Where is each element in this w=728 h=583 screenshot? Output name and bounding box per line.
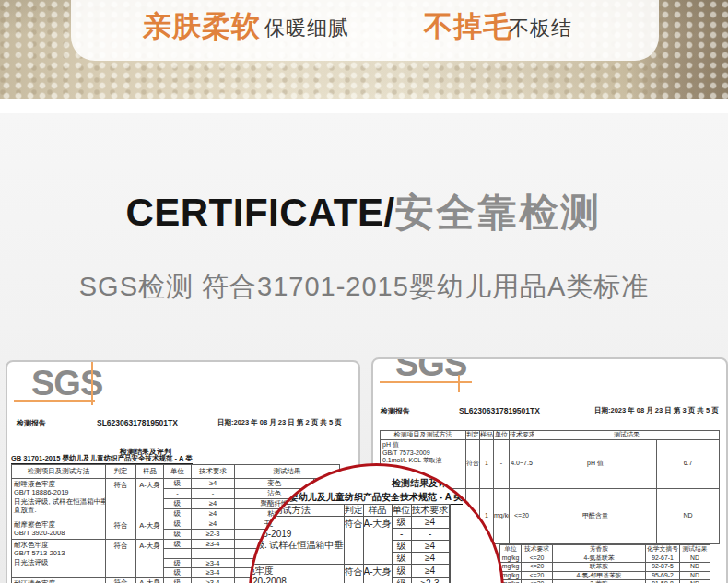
report-number: SL62306317819501TX	[97, 418, 178, 427]
hero-fabric-texture: 亲肤柔软 保暖细腻 不掉毛 不板结	[0, 0, 728, 99]
report-label: 检测报告	[381, 406, 410, 416]
report-date-page: 日期:2023 年 08 月 23 日 第 3 页 共 5 页	[594, 406, 719, 415]
table-header-row: 检测项目及测试方法 判定 样品 单位 技术要求 测试结果	[381, 431, 720, 440]
col-header: 样品	[136, 465, 164, 479]
method-cell: 耐摩擦色牢度 GB/T 3920-2008	[249, 565, 344, 583]
table-row: mg/kg<=204-氨基联苯92-67-1ND	[500, 554, 710, 563]
feature-panel: 亲肤柔软 保暖细腻 不掉毛 不板结	[71, 0, 659, 61]
feature-highlight: 不掉毛	[424, 7, 512, 46]
report-date-page: 日期:2023 年 08 月 23 日 第 2 页 共 5 页	[217, 418, 342, 427]
verdict-cell: 符合	[106, 479, 136, 519]
magnified-test-table: 检测项目及测试方法 判定 样品 单位 技术要求 耐唾液色牢度 GB/T 1888…	[249, 504, 451, 583]
feature-sub: 保暖细腻	[264, 15, 349, 42]
method-cell: 耐摩擦色牢度 GB/T 3920-2008	[12, 519, 106, 540]
section-title: CERTIFICATE/安全靠检测	[0, 187, 728, 239]
method-cell: 耐唾液色牢度 GB/T 18886-2019 日光法评级, 试样在恒温箱中垂 直…	[12, 479, 106, 519]
table-row: mg/kg<=204-氯-邻甲基苯胺95-69-2ND	[500, 571, 710, 579]
feature-sub: 不板结	[509, 15, 572, 42]
section-title-en: CERTIFICATE/	[125, 191, 394, 234]
report-number: SL62306317819501TX	[459, 406, 540, 415]
sample-cell: A-大身	[136, 479, 164, 519]
table-row: 耐唾液色牢度 GB/T 18886-2019 日光法评级, 试样在恒温箱中垂 直…	[12, 479, 340, 489]
table-row: 耐摩擦色牢度 GB/T 3920-2008 符合 A-大身 级 ≥4	[249, 565, 450, 578]
sgs-logo-line-vertical	[458, 375, 460, 392]
sgs-logo-line-vertical	[91, 362, 93, 405]
method-cell: 耐水色牢度 GB/T 5713-2013 日光法评级	[12, 540, 106, 578]
report-label: 检测报告	[17, 418, 46, 428]
table-header-row: 单位 技术要求 芳香胺 化学文摘号 测试结果	[500, 545, 710, 554]
col-header: 单位	[164, 465, 192, 479]
sgs-logo: SGS	[395, 357, 466, 381]
col-header: 检测项目及测试方法	[12, 465, 106, 479]
section-title-cn: 安全靠检测	[395, 191, 603, 234]
aromatic-amines-table: 单位 技术要求 芳香胺 化学文摘号 测试结果 mg/kg<=204-氨基联苯92…	[499, 544, 710, 583]
col-header: 技术要求	[192, 465, 235, 479]
table-row: mg/kg<=20联苯胺92-87-5ND	[500, 563, 710, 571]
table-row: 耐唾液色牢度 GB/T 18886-2019 日光法评级. 试样在恒温箱中垂 符…	[249, 517, 450, 529]
col-header: 判定	[106, 465, 136, 479]
sgs-logo-line-horizontal	[14, 400, 95, 402]
feature-highlight: 亲肤柔软	[143, 7, 261, 46]
standard-title: GB 31701-2015 婴幼儿及儿童纺织产品安全技术规范 - A 类	[11, 454, 193, 464]
section-subtitle: SGS检测 符合31701-2015婴幼儿用品A类标准	[0, 269, 728, 306]
table-header-row: 检测项目及测试方法 判定 样品 单位 技术要求 测试结果	[12, 465, 340, 479]
